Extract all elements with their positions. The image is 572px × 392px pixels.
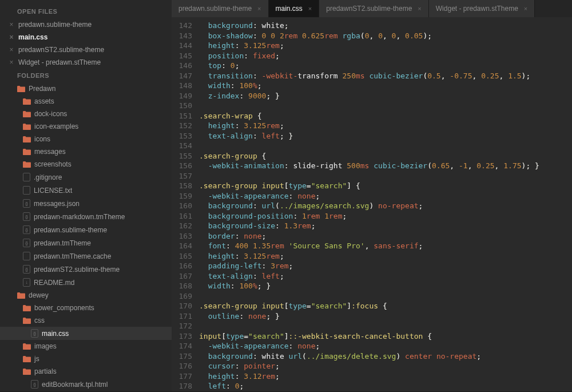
editor-tab[interactable]: predawnST2.sublime-theme× bbox=[319, 0, 429, 17]
code-line[interactable]: position: fixed; bbox=[199, 51, 572, 61]
folder-icon bbox=[23, 124, 31, 130]
code-line[interactable]: background: white url(../images/delete.s… bbox=[199, 351, 572, 362]
code-body[interactable]: background: white; box-shadow: 0 0 2rem … bbox=[199, 21, 572, 391]
folder-row[interactable]: partials bbox=[0, 365, 172, 378]
close-icon[interactable]: × bbox=[8, 33, 15, 41]
code-line[interactable]: height: 3.12rem; bbox=[199, 371, 572, 382]
file-row[interactable]: editBookmark.tpl.html bbox=[0, 378, 172, 391]
folder-row[interactable]: icons bbox=[0, 133, 172, 145]
folder-row[interactable]: dewey bbox=[0, 289, 172, 302]
open-file-row[interactable]: ×predawn.sublime-theme bbox=[0, 18, 172, 31]
tree-item-label: screenshots bbox=[34, 160, 72, 168]
tree-item-label: dock-icons bbox=[34, 110, 67, 118]
code-line[interactable]: .search-group input[type="search"] { bbox=[199, 181, 572, 191]
folder-row[interactable]: js bbox=[0, 353, 172, 365]
code-line[interactable]: text-align: left; bbox=[199, 271, 572, 282]
code-line[interactable] bbox=[199, 321, 572, 331]
file-row[interactable]: predawn.sublime-theme bbox=[0, 223, 172, 236]
close-icon[interactable]: × bbox=[308, 5, 312, 12]
file-row[interactable]: predawnST2.sublime-theme bbox=[0, 263, 172, 276]
code-line[interactable]: -webkit-appearance: none; bbox=[199, 191, 572, 201]
folder-row[interactable]: dock-icons bbox=[0, 108, 172, 120]
tree-item-label: README.md bbox=[34, 279, 74, 287]
code-line[interactable]: -webkit-appearance: none; bbox=[199, 341, 572, 351]
folder-icon bbox=[17, 292, 25, 299]
code-line[interactable]: background-position: 1rem 1rem; bbox=[199, 211, 572, 221]
tree-item-label: js bbox=[34, 355, 39, 363]
close-icon[interactable]: × bbox=[524, 5, 527, 12]
close-icon[interactable]: × bbox=[8, 58, 15, 66]
code-line[interactable]: width: 100%; bbox=[199, 81, 572, 91]
folder-row[interactable]: screenshots bbox=[0, 158, 172, 171]
code-line[interactable]: outline: none; } bbox=[199, 311, 572, 322]
tree-item-label: predawn.sublime-theme bbox=[34, 226, 107, 234]
code-line[interactable] bbox=[199, 291, 572, 302]
line-number: 166 bbox=[172, 261, 192, 271]
code-line[interactable]: background: url(../images/search.svg) no… bbox=[199, 201, 572, 211]
code-line[interactable]: .search-group { bbox=[199, 151, 572, 161]
file-row[interactable]: LICENSE.txt bbox=[0, 184, 172, 197]
code-line[interactable]: height: 3.125rem; bbox=[199, 41, 572, 51]
line-number: 156 bbox=[172, 161, 192, 171]
folder-row[interactable]: messages bbox=[0, 145, 172, 158]
editor-tab[interactable]: predawn.sublime-theme× bbox=[172, 0, 269, 17]
open-file-row[interactable]: ×main.css bbox=[0, 31, 172, 43]
open-file-row[interactable]: ×predawnST2.sublime-theme bbox=[0, 43, 172, 56]
code-line[interactable] bbox=[199, 101, 572, 111]
folder-row[interactable]: assets bbox=[0, 95, 172, 108]
editor-tab[interactable]: main.css× bbox=[269, 0, 320, 17]
open-file-label: predawnST2.sublime-theme bbox=[18, 46, 104, 54]
close-icon[interactable]: × bbox=[8, 46, 15, 54]
file-row[interactable]: main.css bbox=[0, 327, 172, 340]
code-line[interactable]: background: white; bbox=[199, 21, 572, 31]
code-line[interactable]: .search-wrap { bbox=[199, 111, 572, 121]
code-line[interactable]: height: 3.125rem; bbox=[199, 251, 572, 262]
file-row[interactable]: messages.json bbox=[0, 197, 172, 210]
code-line[interactable]: .search-group input[type="search"]:focus… bbox=[199, 301, 572, 311]
code-line[interactable]: left: 0; bbox=[199, 381, 572, 391]
open-file-row[interactable]: ×Widget - predawn.stTheme bbox=[0, 56, 172, 69]
code-line[interactable]: height: 3.125rem; bbox=[199, 121, 572, 131]
code-line[interactable] bbox=[199, 141, 572, 151]
code-line[interactable]: padding-left: 3rem; bbox=[199, 261, 572, 271]
code-line[interactable]: cursor: pointer; bbox=[199, 361, 572, 371]
close-icon[interactable]: × bbox=[8, 21, 15, 29]
code-line[interactable]: z-index: 9000; } bbox=[199, 91, 572, 101]
code-line[interactable]: transition: -webkit-transform 250ms cubi… bbox=[199, 71, 572, 81]
file-row[interactable]: predawn.tmTheme bbox=[0, 236, 172, 250]
close-icon[interactable]: × bbox=[257, 5, 261, 12]
folder-row[interactable]: bower_components bbox=[0, 302, 172, 314]
tab-bar: predawn.sublime-theme×main.css×predawnST… bbox=[172, 0, 572, 17]
editor-tab[interactable]: Widget - predawn.stTheme× bbox=[429, 0, 535, 17]
line-number: 146 bbox=[172, 61, 192, 71]
file-row[interactable]: predawn.tmTheme.cache bbox=[0, 250, 172, 263]
line-number: 149 bbox=[172, 91, 192, 101]
file-row[interactable]: .gitignore bbox=[0, 171, 172, 184]
folder-row[interactable]: Predawn bbox=[0, 82, 172, 95]
file-icon bbox=[23, 186, 30, 195]
code-line[interactable]: text-align: left; } bbox=[199, 131, 572, 141]
code-line[interactable]: border: none; bbox=[199, 231, 572, 241]
close-icon[interactable]: × bbox=[418, 5, 421, 12]
code-line[interactable]: width: 100%; } bbox=[199, 281, 572, 291]
tree-item-label: images bbox=[34, 342, 57, 350]
line-number: 176 bbox=[172, 361, 192, 371]
line-number: 167 bbox=[172, 271, 192, 282]
folder-row[interactable]: icon-examples bbox=[0, 120, 172, 133]
tab-label: main.css bbox=[276, 5, 303, 13]
code-area[interactable]: 1421431441451461471481491501511521531541… bbox=[172, 17, 572, 391]
file-row[interactable]: predawn-markdown.tmTheme bbox=[0, 210, 172, 223]
line-number: 161 bbox=[172, 211, 192, 221]
file-row[interactable]: README.md bbox=[0, 276, 172, 289]
code-line[interactable]: font: 400 1.35rem 'Source Sans Pro', san… bbox=[199, 241, 572, 251]
code-line[interactable]: box-shadow: 0 0 2rem 0.625rem rgba(0, 0,… bbox=[199, 31, 572, 41]
code-line[interactable]: -webkit-animation: slide-right 500ms cub… bbox=[199, 161, 572, 171]
file-icon bbox=[23, 199, 30, 208]
file-icon bbox=[31, 380, 38, 389]
code-line[interactable]: top: 0; bbox=[199, 61, 572, 71]
code-line[interactable] bbox=[199, 171, 572, 181]
code-line[interactable]: background-size: 1.3rem; bbox=[199, 221, 572, 231]
folder-row[interactable]: images bbox=[0, 340, 172, 353]
code-line[interactable]: input[type="search"]::-webkit-search-can… bbox=[199, 331, 572, 342]
folder-row[interactable]: css bbox=[0, 314, 172, 327]
